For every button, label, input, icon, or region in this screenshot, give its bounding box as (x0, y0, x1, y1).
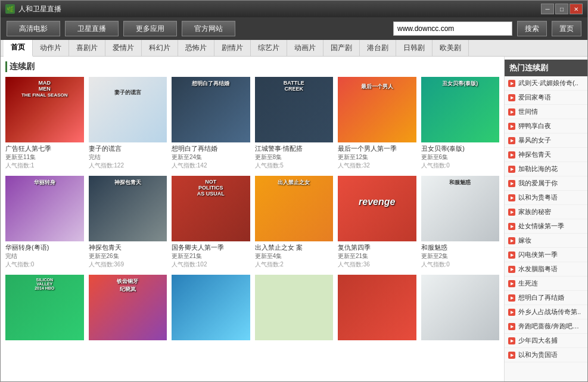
tab-romance[interactable]: 爱情片 (105, 40, 142, 57)
sidebar-item-19[interactable]: 以和为贵国语 (505, 348, 587, 362)
sidebar-item-4[interactable]: 暴风的女子 (505, 133, 587, 148)
movie-sub-5: 更新至12集 (338, 153, 416, 162)
play-icon-3 (508, 123, 515, 130)
movie-pop-1: 人气指数:1 (5, 162, 84, 170)
sidebar-item-15[interactable]: 想明白了再结婚 (505, 291, 587, 305)
sidebar-label-8: 以和为贵粤语 (518, 193, 558, 202)
tab-western[interactable]: 欧美剧 (433, 40, 469, 57)
hd-movie-button[interactable]: 高清电影 (7, 21, 60, 36)
close-button[interactable]: ✕ (570, 4, 583, 14)
movie-card-12[interactable]: 和服魅惑 和服魅惑 更新至2集 人气指数:0 (421, 176, 500, 269)
play-icon-1 (508, 94, 515, 101)
sidebar-item-2[interactable]: 世间情 (505, 105, 587, 119)
sidebar-item-13[interactable]: 水发胭脂粤语 (505, 262, 587, 277)
sidebar-label-3: 狎鸭享白夜 (518, 122, 551, 131)
play-icon-7 (508, 180, 515, 187)
play-icon-4 (508, 137, 515, 144)
sidebar-item-11[interactable]: 嫁妆 (505, 234, 587, 248)
sidebar-label-13: 水发胭脂粤语 (518, 265, 558, 274)
sidebar-item-16[interactable]: 外乡人占战场传奇第.. (505, 305, 587, 319)
sidebar-item-1[interactable]: 爱回家粤语 (505, 91, 587, 105)
search-button[interactable]: 搜索 (517, 21, 547, 36)
sidebar-item-10[interactable]: 处女情缘第一季 (505, 219, 587, 234)
more-apps-button[interactable]: 更多应用 (123, 21, 177, 36)
movie-sub-11: 更新至21集 (338, 252, 416, 260)
tab-action[interactable]: 动作片 (33, 40, 69, 57)
movie-card-8[interactable]: 神探包青天 神探包青天 更新至26集 人气指数:369 (89, 176, 167, 269)
movie-pop-3: 人气指数:142 (172, 162, 250, 170)
movie-pop-7: 人气指数:0 (5, 260, 84, 269)
movie-card-10[interactable]: 出入禁止之女 出入禁止之女 案 更新至4集 人气指数:2 (255, 176, 334, 269)
window-controls: ─ □ ✕ (541, 4, 583, 14)
movie-pop-5: 人气指数:32 (338, 162, 416, 170)
movie-card-5[interactable]: 最后一个男人 最后一个男人第一季 更新至12集 人气指数:32 (338, 77, 416, 170)
sidebar-item-8[interactable]: 以和为贵粤语 (505, 191, 587, 205)
movie-grid-row3: SILICONVALLEY2014 HBO 铁齿铜牙纪晓岚 (5, 275, 499, 340)
movie-card-3[interactable]: 想明白了再结婚 想明白了再结婚 更新至24集 人气指数:142 (172, 77, 250, 170)
movie-thumb-5: 最后一个男人 (338, 77, 416, 142)
sidebar-item-17[interactable]: 奔跑吧蔷薇/奔跑吧玫瑰 (505, 319, 587, 334)
tab-variety[interactable]: 综艺片 (251, 40, 287, 57)
tab-comedy[interactable]: 喜剧片 (69, 40, 105, 57)
maximize-button[interactable]: □ (555, 4, 568, 14)
movie-card-13[interactable]: SILICONVALLEY2014 HBO (5, 275, 84, 340)
sidebar-item-0[interactable]: 武则天·武媚娘传奇(.. (505, 76, 587, 91)
app-icon: 🌿 (5, 4, 15, 14)
sidebar-item-6[interactable]: 加勒比海的花 (505, 162, 587, 176)
movie-card-7[interactable]: 华丽转身 华丽转身(粤语) 完结 人气指数:0 (5, 176, 84, 269)
sidebar-item-7[interactable]: 我的爱属于你 (505, 176, 587, 191)
official-site-button[interactable]: 官方网站 (182, 21, 235, 36)
movie-title-5: 最后一个男人第一季 (338, 144, 416, 153)
tab-domestic[interactable]: 国产剧 (323, 40, 360, 57)
sidebar-label-9: 家族的秘密 (518, 207, 551, 216)
url-input[interactable] (393, 21, 512, 36)
satellite-button[interactable]: 卫星直播 (65, 21, 119, 36)
sidebar-label-15: 想明白了再结婚 (518, 293, 564, 302)
movie-card-15[interactable] (172, 275, 250, 340)
movie-pop-12: 人气指数:0 (421, 260, 500, 269)
movie-card-9[interactable]: NOTPOLITICSAS USUAL 国务卿夫人第一季 更新至21集 人气指数… (172, 176, 250, 269)
movie-title-12: 和服魅惑 (421, 243, 500, 252)
movie-pop-9: 人气指数:102 (172, 260, 250, 269)
minimize-button[interactable]: ─ (541, 4, 554, 14)
sidebar-label-19: 以和为贵国语 (518, 350, 558, 359)
sidebar-item-12[interactable]: 闪电侠第一季 (505, 248, 587, 262)
movie-card-2[interactable]: 妻子的谎言 妻子的谎言 完结 人气指数:122 (89, 77, 167, 170)
title-bar: 🌿 人和卫星直播 ─ □ ✕ (1, 1, 587, 17)
sidebar-label-18: 少年四大名捕 (518, 336, 558, 345)
movie-pop-4: 人气指数:5 (255, 162, 334, 170)
movie-card-6[interactable]: 丑女贝蒂(泰版) 丑女贝蒂(泰版) 更新至6集 人气指数:0 (421, 77, 500, 170)
tab-animation[interactable]: 动画片 (287, 40, 323, 57)
sidebar-item-3[interactable]: 狎鸭享白夜 (505, 119, 587, 133)
movie-card-17[interactable] (338, 275, 416, 340)
sidebar-item-14[interactable]: 生死连 (505, 277, 587, 291)
movie-card-16[interactable] (255, 275, 334, 340)
tab-jpkr[interactable]: 日韩剧 (396, 40, 433, 57)
section-title: 连续剧 (5, 61, 499, 72)
sidebar-item-5[interactable]: 神探包青天 (505, 148, 587, 162)
home-button[interactable]: 置页 (552, 21, 581, 36)
sidebar-label-1: 爱回家粤语 (518, 93, 551, 102)
sidebar-item-18[interactable]: 少年四大名捕 (505, 334, 587, 348)
sidebar-label-2: 世间情 (518, 107, 538, 116)
movie-pop-6: 人气指数:0 (421, 162, 500, 170)
tab-hktw[interactable]: 港台剧 (360, 40, 396, 57)
play-icon-12 (508, 251, 515, 259)
tab-home[interactable]: 首页 (4, 40, 33, 57)
movie-thumb-1: MADMENTHE FINAL SEASON (5, 77, 84, 142)
movie-card-11[interactable]: revenge 复仇第四季 更新至21集 人气指数:36 (338, 176, 416, 269)
movie-card-4[interactable]: BATTLECREEK 江城警事·情配搭 更新至8集 人气指数:5 (255, 77, 334, 170)
tab-drama[interactable]: 剧情片 (214, 40, 251, 57)
movie-card-14[interactable]: 铁齿铜牙纪晓岚 (89, 275, 167, 340)
sidebar-label-11: 嫁妆 (518, 236, 531, 245)
movie-sub-1: 更新至11集 (5, 153, 84, 162)
movie-card-1[interactable]: MADMENTHE FINAL SEASON 广告狂人第七季 更新至11集 人气… (5, 77, 84, 170)
movie-card-18[interactable] (421, 275, 500, 340)
play-icon-0 (508, 80, 515, 87)
movie-sub-6: 更新至6集 (421, 153, 500, 162)
tab-horror[interactable]: 恐怖片 (178, 40, 214, 57)
play-icon-15 (508, 294, 515, 302)
tab-scifi[interactable]: 科幻片 (142, 40, 178, 57)
play-icon-5 (508, 151, 515, 159)
sidebar-item-9[interactable]: 家族的秘密 (505, 205, 587, 219)
